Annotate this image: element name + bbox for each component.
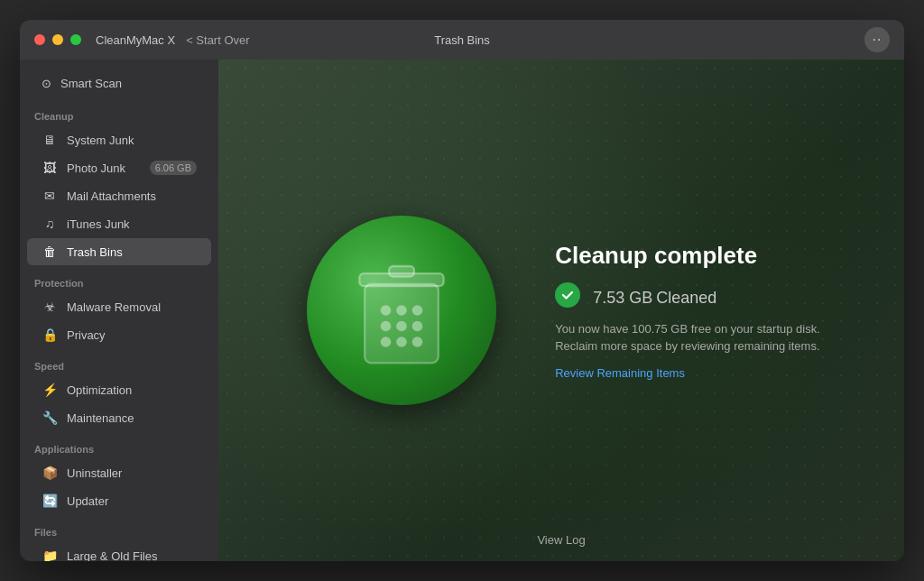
result-size-row: 7.53 GBCleaned xyxy=(555,281,820,309)
trash-bins-icon: 🗑 xyxy=(42,244,58,259)
privacy-icon: 🔒 xyxy=(42,327,58,342)
sidebar-section-protection: Protection xyxy=(20,269,218,292)
sidebar-item-itunes-junk[interactable]: ♫ iTunes Junk xyxy=(27,210,211,237)
sidebar-item-malware-removal[interactable]: ☣ Malware Removal xyxy=(27,293,211,320)
result-size-label: Cleaned xyxy=(656,289,716,307)
sidebar-section-speed: Speed xyxy=(20,352,218,375)
maintenance-icon: 🔧 xyxy=(42,410,58,425)
result-panel: Cleanup complete 7.53 GBCleaned You now xyxy=(555,242,820,380)
photo-junk-icon: 🖼 xyxy=(42,161,58,175)
malware-removal-label: Malware Removal xyxy=(67,300,161,314)
view-log-button[interactable]: View Log xyxy=(537,533,585,547)
privacy-label: Privacy xyxy=(67,328,106,342)
svg-point-5 xyxy=(412,305,423,316)
mail-attachments-label: Mail Attachments xyxy=(67,189,156,203)
result-size-value: 7.53 GBCleaned xyxy=(589,281,716,309)
content-area: ⊙ Smart Scan Cleanup 🖥 System Junk 🖼 Pho… xyxy=(20,60,904,561)
sidebar-section-cleanup: Cleanup xyxy=(20,102,218,125)
svg-point-9 xyxy=(381,337,392,347)
optimization-label: Optimization xyxy=(67,383,132,397)
maintenance-label: Maintenance xyxy=(67,411,134,425)
check-icon xyxy=(555,282,580,308)
sidebar-item-privacy[interactable]: 🔒 Privacy xyxy=(27,321,211,348)
svg-point-4 xyxy=(396,305,407,316)
malware-icon: ☣ xyxy=(42,300,58,314)
close-button[interactable] xyxy=(34,34,45,45)
smart-scan-icon: ⊙ xyxy=(42,77,51,90)
sidebar-item-large-old-files[interactable]: 📁 Large & Old Files xyxy=(27,542,211,561)
uninstaller-icon: 📦 xyxy=(42,466,58,480)
sidebar-section-applications: Applications xyxy=(20,435,218,458)
svg-point-6 xyxy=(381,321,392,332)
uninstaller-label: Uninstaller xyxy=(67,466,122,480)
photo-junk-badge: 6.06 GB xyxy=(150,161,197,175)
result-description: You now have 100.75 GB free on your star… xyxy=(555,320,820,355)
svg-point-7 xyxy=(396,321,407,332)
sidebar-item-trash-bins[interactable]: 🗑 Trash Bins xyxy=(27,238,211,265)
svg-rect-2 xyxy=(389,266,414,277)
main-panel: Cleanup complete 7.53 GBCleaned You now xyxy=(218,60,904,561)
svg-point-3 xyxy=(381,305,392,316)
sidebar-item-system-junk[interactable]: 🖥 System Junk xyxy=(27,126,211,153)
trash-icon xyxy=(347,247,456,374)
svg-point-10 xyxy=(396,337,407,347)
app-window: CleanMyMac X < Start Over Trash Bins ·· … xyxy=(20,20,904,561)
more-dots-icon: ·· xyxy=(873,32,882,48)
optimization-icon: ⚡ xyxy=(42,383,58,397)
system-junk-label: System Junk xyxy=(67,134,134,147)
trash-circle xyxy=(307,216,496,405)
updater-label: Updater xyxy=(67,494,108,508)
sidebar-item-smart-scan[interactable]: ⊙ Smart Scan xyxy=(27,69,211,98)
fullscreen-button[interactable] xyxy=(70,34,81,45)
trash-bins-label: Trash Bins xyxy=(67,245,123,259)
sidebar-item-updater[interactable]: 🔄 Updater xyxy=(27,487,211,514)
app-name: CleanMyMac X xyxy=(96,33,175,47)
large-files-icon: 📁 xyxy=(42,549,58,561)
sidebar-item-optimization[interactable]: ⚡ Optimization xyxy=(27,376,211,403)
svg-point-11 xyxy=(412,337,423,347)
itunes-junk-label: iTunes Junk xyxy=(67,217,130,231)
updater-icon: 🔄 xyxy=(42,493,58,508)
itunes-icon: ♫ xyxy=(42,217,58,231)
mail-icon: ✉ xyxy=(42,189,58,203)
sidebar-item-mail-attachments[interactable]: ✉ Mail Attachments xyxy=(27,182,211,209)
minimize-button[interactable] xyxy=(52,34,63,45)
svg-point-8 xyxy=(412,321,423,332)
review-remaining-link[interactable]: Review Remaining Items xyxy=(555,366,820,380)
large-old-files-label: Large & Old Files xyxy=(67,549,157,562)
sidebar-section-files: Files xyxy=(20,518,218,541)
system-junk-icon: 🖥 xyxy=(42,133,58,147)
titlebar-title: Trash Bins xyxy=(434,33,490,47)
sidebar-item-maintenance[interactable]: 🔧 Maintenance xyxy=(27,404,211,431)
traffic-lights xyxy=(34,34,81,45)
smart-scan-label: Smart Scan xyxy=(60,77,122,90)
trash-icon-container xyxy=(302,211,501,410)
result-title: Cleanup complete xyxy=(555,242,820,270)
sidebar-item-photo-junk[interactable]: 🖼 Photo Junk 6.06 GB xyxy=(27,154,211,181)
titlebar: CleanMyMac X < Start Over Trash Bins ·· xyxy=(20,20,904,60)
photo-junk-label: Photo Junk xyxy=(67,161,125,175)
back-nav[interactable]: < Start Over xyxy=(186,33,249,47)
sidebar-item-uninstaller[interactable]: 📦 Uninstaller xyxy=(27,459,211,486)
sidebar: ⊙ Smart Scan Cleanup 🖥 System Junk 🖼 Pho… xyxy=(20,60,218,561)
more-button[interactable]: ·· xyxy=(864,27,890,52)
main-inner: Cleanup complete 7.53 GBCleaned You now xyxy=(218,211,904,410)
back-label: < Start Over xyxy=(186,33,249,47)
